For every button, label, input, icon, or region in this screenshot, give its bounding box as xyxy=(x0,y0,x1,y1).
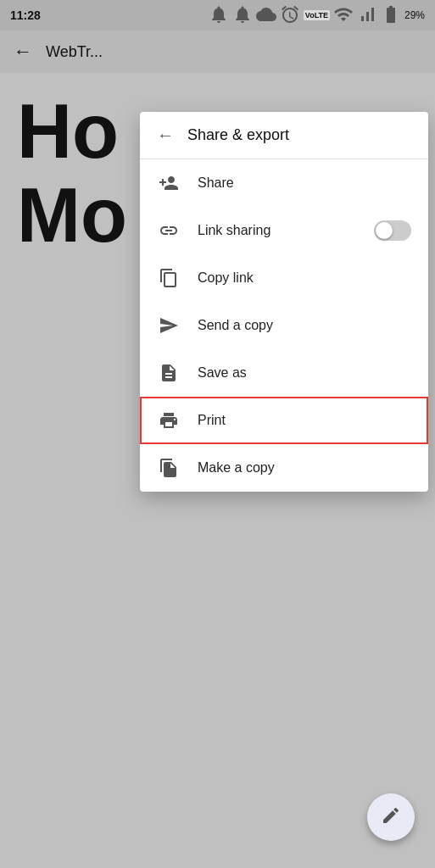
wifi-icon xyxy=(333,4,354,27)
print-icon xyxy=(157,409,181,432)
menu-item-share[interactable]: Share xyxy=(140,159,428,207)
link-sharing-toggle[interactable] xyxy=(374,220,411,241)
make-copy-icon xyxy=(157,456,181,480)
menu-back-button[interactable]: ← xyxy=(157,125,174,145)
make-copy-label: Make a copy xyxy=(198,460,275,476)
print-label: Print xyxy=(198,413,226,428)
save-as-label: Save as xyxy=(198,365,247,381)
person-add-icon xyxy=(157,171,181,195)
menu-item-make-copy[interactable]: Make a copy xyxy=(140,444,428,492)
app-bar-title: WebTr... xyxy=(46,43,103,61)
menu-header: ← Share & export xyxy=(140,112,428,159)
back-button[interactable]: ← xyxy=(14,41,32,63)
send-icon xyxy=(157,314,181,337)
menu-title: Share & export xyxy=(187,126,289,144)
dropdown-menu: ← Share & export Share Link sharing xyxy=(140,112,428,492)
signal-icon xyxy=(357,4,377,27)
dropdown-overlay: ← Share & export Share Link sharing xyxy=(0,73,435,868)
battery-icon xyxy=(381,4,401,27)
menu-item-save-as[interactable]: Save as xyxy=(140,349,428,397)
alarm-icon xyxy=(280,4,300,27)
send-copy-label: Send a copy xyxy=(198,318,273,333)
main-content: Ho Mo ← Share & export Share xyxy=(0,73,435,868)
bell2-icon xyxy=(232,4,253,27)
save-icon xyxy=(157,361,181,385)
copy-link-icon xyxy=(157,266,181,290)
link-icon xyxy=(157,219,181,242)
app-bar: ← WebTr... xyxy=(0,31,435,73)
menu-item-print[interactable]: Print xyxy=(140,397,428,444)
menu-item-send-copy[interactable]: Send a copy xyxy=(140,302,428,349)
status-icons: VoLTE 29% xyxy=(209,4,425,27)
cloud-icon xyxy=(256,4,276,27)
notification-icon xyxy=(209,4,229,27)
status-bar: 11:28 VoLTE 29% xyxy=(0,0,435,31)
volte-badge: VoLTE xyxy=(304,10,330,20)
menu-item-copy-link[interactable]: Copy link xyxy=(140,254,428,302)
battery-percent: 29% xyxy=(404,9,425,21)
menu-item-link-sharing[interactable]: Link sharing xyxy=(140,207,428,254)
time: 11:28 xyxy=(10,8,41,22)
copy-link-label: Copy link xyxy=(198,270,254,286)
share-label: Share xyxy=(198,175,234,191)
link-sharing-label: Link sharing xyxy=(198,223,270,238)
